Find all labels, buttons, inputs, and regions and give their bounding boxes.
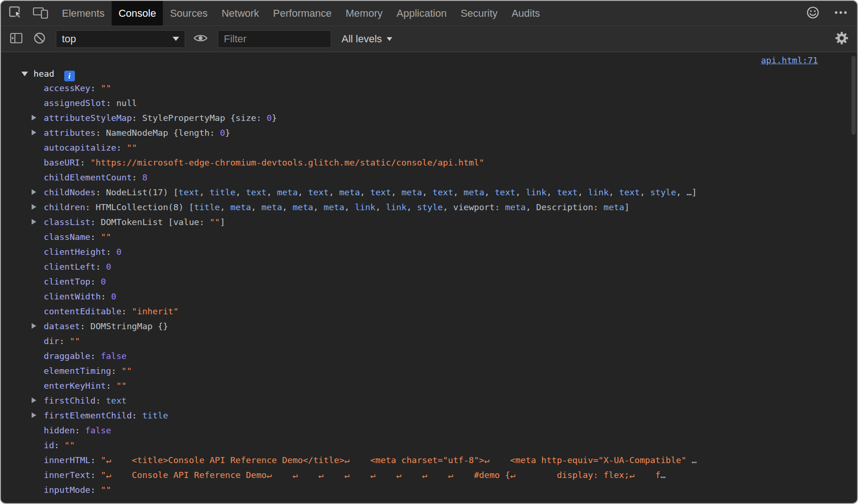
- value-token-muted: ,: [640, 187, 650, 197]
- value-token-muted: ,: [422, 187, 432, 197]
- value-token-number: 8: [142, 172, 147, 182]
- property-row: dir: "": [1, 334, 857, 349]
- value-token-muted: NamedNodeMap {length:: [106, 128, 220, 138]
- tab-sources[interactable]: Sources: [163, 1, 214, 26]
- settings-gear-icon: [835, 31, 849, 47]
- tab-console[interactable]: Console: [112, 1, 163, 26]
- property-colon: :: [111, 366, 121, 376]
- value-token-node: text: [106, 396, 127, 405]
- context-selector[interactable]: top: [56, 30, 185, 48]
- value-token-muted: …: [660, 470, 665, 480]
- property-row: assignedSlot: null: [1, 96, 857, 111]
- inspect-button[interactable]: [6, 4, 25, 23]
- property-colon: :: [90, 83, 101, 93]
- value-token-muted: DOMStringMap {}: [90, 321, 168, 331]
- object-name: head: [34, 69, 54, 79]
- property-row: clientTop: 0: [1, 274, 857, 289]
- value-token-node: text: [179, 187, 200, 197]
- tab-application[interactable]: Application: [389, 1, 454, 26]
- device-toolbar-button[interactable]: [31, 4, 50, 23]
- expand-arrow-icon[interactable]: [32, 130, 36, 135]
- clear-console-button[interactable]: [30, 29, 49, 49]
- log-level-label: All levels: [342, 33, 382, 45]
- property-colon: :: [75, 425, 85, 435]
- more-options-button[interactable]: [831, 4, 851, 23]
- property-colon: :: [90, 470, 101, 480]
- expand-arrow-icon[interactable]: [32, 115, 36, 120]
- property-colon: :: [132, 113, 142, 123]
- console-sidebar-toggle[interactable]: [7, 29, 26, 49]
- logged-object-row[interactable]: head i: [1, 67, 857, 81]
- chevron-down-icon: [387, 37, 392, 41]
- value-token-muted: }: [225, 128, 230, 138]
- value-token-string: "": [101, 485, 111, 495]
- property-row[interactable]: firstElementChild: title: [1, 408, 857, 423]
- info-badge-glyph: i: [68, 72, 71, 80]
- tab-elements[interactable]: Elements: [55, 1, 112, 26]
- property-name: clientTop: [44, 277, 90, 286]
- property-name: contentEditable: [44, 306, 121, 316]
- value-token-node: text: [246, 187, 267, 197]
- value-token-number: 0: [267, 113, 272, 123]
- property-name: children: [44, 202, 85, 212]
- property-row[interactable]: classList: DOMTokenList [value: ""]: [1, 215, 857, 230]
- value-token-number: 0: [111, 292, 116, 301]
- expand-arrow-icon[interactable]: [32, 189, 36, 195]
- property-row[interactable]: dataset: DOMStringMap {}: [1, 319, 857, 334]
- value-token-node: meta: [505, 202, 526, 212]
- property-row[interactable]: attributes: NamedNodeMap {length: 0}: [1, 126, 857, 140]
- value-token-muted: ,: [516, 187, 526, 197]
- property-row[interactable]: firstChild: text: [1, 393, 857, 408]
- collapse-arrow-icon[interactable]: [21, 72, 28, 76]
- value-token-number: 0: [106, 262, 111, 272]
- property-row: clientLeft: 0: [1, 259, 857, 274]
- value-token-boolean: false: [85, 425, 111, 435]
- property-row[interactable]: childNodes: NodeList(17) [text, title, t…: [1, 185, 857, 200]
- feedback-smiley-icon: [806, 6, 820, 21]
- value-token-node: meta: [277, 187, 298, 197]
- property-colon: :: [121, 306, 132, 316]
- tab-network[interactable]: Network: [214, 1, 266, 26]
- value-token-muted: ,: [547, 187, 557, 197]
- live-expression-button[interactable]: [191, 29, 210, 49]
- expand-arrow-icon[interactable]: [32, 204, 36, 210]
- property-name: firstChild: [44, 396, 95, 405]
- value-token-string: "↵ Console API Reference Demo↵ ↵ ↵ ↵ ↵ ↵…: [101, 470, 661, 480]
- value-token-node: style: [417, 202, 443, 212]
- expand-arrow-icon[interactable]: [32, 219, 36, 225]
- value-token-muted: , Description:: [526, 202, 603, 212]
- property-colon: :: [90, 351, 101, 361]
- tab-audits[interactable]: Audits: [504, 1, 547, 26]
- source-link[interactable]: api.html:71: [761, 55, 818, 65]
- property-name: innerText: [44, 470, 90, 480]
- value-token-muted: ,: [298, 187, 308, 197]
- expand-arrow-icon[interactable]: [32, 398, 36, 403]
- log-level-dropdown[interactable]: All levels: [342, 33, 392, 45]
- value-token-node: link: [588, 187, 609, 197]
- filter-input[interactable]: [218, 30, 331, 48]
- value-token-node: text: [619, 187, 640, 197]
- value-token-number: 0: [116, 247, 121, 257]
- property-list: accessKey: ""assignedSlot: nullattribute…: [1, 81, 857, 497]
- expand-arrow-icon[interactable]: [32, 323, 36, 329]
- value-token-node: meta: [463, 187, 484, 197]
- tab-memory[interactable]: Memory: [339, 1, 389, 26]
- sidebar-toggle-icon: [9, 31, 23, 47]
- property-name: attributes: [44, 128, 95, 138]
- property-row[interactable]: children: HTMLCollection(8) [title, meta…: [1, 200, 857, 215]
- tab-security[interactable]: Security: [454, 1, 504, 26]
- settings-button[interactable]: [832, 29, 851, 49]
- property-colon: :: [90, 455, 101, 465]
- tab-performance[interactable]: Performance: [266, 1, 339, 26]
- feedback-button[interactable]: [803, 4, 823, 23]
- property-name: inputMode: [44, 485, 90, 495]
- property-colon: :: [90, 277, 101, 286]
- value-token-string: "https://microsoft-edge-chromium-devtool…: [90, 158, 484, 167]
- property-name: attributeStyleMap: [44, 113, 132, 123]
- value-token-muted: ,: [407, 202, 417, 212]
- console-scrollbar[interactable]: [851, 56, 856, 135]
- value-token-muted: ,: [577, 187, 588, 197]
- expand-arrow-icon[interactable]: [32, 412, 36, 418]
- console-output: api.html:71 head i accessKey: ""assigned…: [1, 52, 857, 502]
- property-row[interactable]: attributeStyleMap: StylePropertyMap {siz…: [1, 111, 857, 126]
